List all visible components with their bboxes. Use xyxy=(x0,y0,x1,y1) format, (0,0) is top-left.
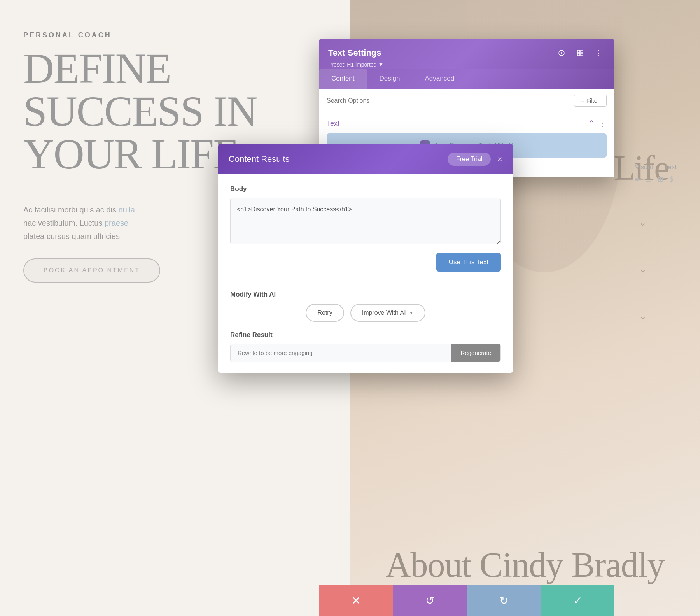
modify-buttons: Retry Improve With AI ▼ xyxy=(230,304,501,322)
improve-with-ai-button[interactable]: Improve With AI ▼ xyxy=(350,304,425,322)
section-actions: ⌃ ⋮ xyxy=(588,119,607,128)
preset-chevron: ▼ xyxy=(378,61,383,68)
modal-body-label: Body xyxy=(230,185,501,193)
bottom-toolbar: ✕ ↺ ↻ ✓ xyxy=(319,585,614,616)
panel-title-row: Text Settings ⋮ xyxy=(328,47,605,59)
svg-rect-2 xyxy=(578,50,580,53)
modal-close-button[interactable]: × xyxy=(497,154,502,164)
personal-coach-label: PERSONAL COACH xyxy=(23,31,327,39)
align-left-icon[interactable]: ≡ xyxy=(635,175,639,184)
collapse-icon[interactable]: ⌃ xyxy=(588,119,595,128)
undo-button[interactable]: ↺ xyxy=(393,585,467,616)
modal-divider xyxy=(230,281,501,281)
modal-header: Content Results Free Trial × xyxy=(218,144,513,174)
tab-advanced[interactable]: Advanced xyxy=(412,69,467,89)
svg-point-1 xyxy=(561,52,562,54)
hero-line3: YOUR LIFE xyxy=(23,130,238,178)
tab-content[interactable]: Content xyxy=(319,69,367,89)
focus-icon[interactable] xyxy=(555,47,568,59)
hero-line2: SUCCESS IN xyxy=(23,88,257,135)
panel-icons: ⋮ xyxy=(555,47,605,59)
search-input[interactable] xyxy=(327,97,570,104)
refine-label: Refine Result xyxy=(230,331,501,339)
content-textarea[interactable]: <h1>Discover Your Path to Success</h1> xyxy=(230,198,501,244)
improve-label: Improve With AI xyxy=(362,309,406,316)
preset-label: Preset: H1 imported xyxy=(328,61,377,68)
svg-rect-4 xyxy=(578,53,580,56)
section-more-icon[interactable]: ⋮ xyxy=(599,119,607,128)
panel-header: Text Settings ⋮ xyxy=(319,39,614,69)
hero-line1: DEFINE xyxy=(23,45,171,92)
visual-text-section: Visual Text ≡ ☰ ⊞ $ ⌄ ⌄ ⌄ xyxy=(635,163,677,324)
refine-input-row: Regenerate xyxy=(230,344,501,362)
retry-button[interactable]: Retry xyxy=(306,304,344,322)
modal-title: Content Results xyxy=(229,154,290,164)
panel-tabs: Content Design Advanced xyxy=(319,69,614,89)
hero-divider xyxy=(23,191,218,191)
modal-header-right: Free Trial × xyxy=(448,153,502,166)
confirm-button[interactable]: ✓ xyxy=(541,585,614,616)
content-results-modal: Content Results Free Trial × Body <h1>Di… xyxy=(218,144,513,373)
format-icons: ≡ ☰ ⊞ $ xyxy=(635,175,677,184)
svg-rect-5 xyxy=(581,53,583,56)
regenerate-button[interactable]: Regenerate xyxy=(452,344,500,362)
hero-body: Ac facilisi morbi quis ac dis nulla hac … xyxy=(23,203,187,243)
refine-input[interactable] xyxy=(231,344,452,362)
use-this-text-button[interactable]: Use This Text xyxy=(436,253,501,272)
more-options-icon[interactable]: ⋮ xyxy=(593,47,605,59)
refine-section: Refine Result Regenerate xyxy=(230,331,501,362)
book-appointment-button[interactable]: BOOK AN APPOINTMENT xyxy=(23,258,160,283)
free-trial-badge[interactable]: Free Trial xyxy=(448,153,491,166)
modify-label: Modify With AI xyxy=(230,291,501,298)
panel-search-row: + Filter xyxy=(319,89,614,112)
cancel-button[interactable]: ✕ xyxy=(319,585,393,616)
table-icon[interactable]: ⊞ xyxy=(658,175,663,184)
filter-button[interactable]: + Filter xyxy=(574,95,607,107)
about-text: About Cindy Bradly xyxy=(386,545,665,585)
modify-section: Modify With AI Retry Improve With AI ▼ xyxy=(230,291,501,322)
visual-tab[interactable]: Visual xyxy=(635,163,653,171)
dollar-icon[interactable]: $ xyxy=(670,175,673,184)
modal-body: Body <h1>Discover Your Path to Success</… xyxy=(218,174,513,373)
chevron-down-icon-3[interactable]: ⌄ xyxy=(635,308,651,324)
chevron-down-icon-1[interactable]: ⌄ xyxy=(635,215,651,230)
grid-icon[interactable] xyxy=(574,47,586,59)
section-header-row: Text ⌃ ⋮ xyxy=(327,119,607,128)
redo-button[interactable]: ↻ xyxy=(467,585,541,616)
section-title: Text xyxy=(327,119,340,128)
tab-design[interactable]: Design xyxy=(367,69,413,89)
panel-title: Text Settings xyxy=(328,48,382,58)
preset-row[interactable]: Preset: H1 imported ▼ xyxy=(328,61,605,69)
svg-rect-3 xyxy=(581,50,583,53)
improve-chevron-icon: ▼ xyxy=(409,310,414,316)
align-center-icon[interactable]: ☰ xyxy=(645,175,651,184)
text-tab[interactable]: Text xyxy=(665,163,677,171)
visual-text-tabs: Visual Text xyxy=(635,163,677,171)
chevron-down-icon-2[interactable]: ⌄ xyxy=(635,261,651,277)
